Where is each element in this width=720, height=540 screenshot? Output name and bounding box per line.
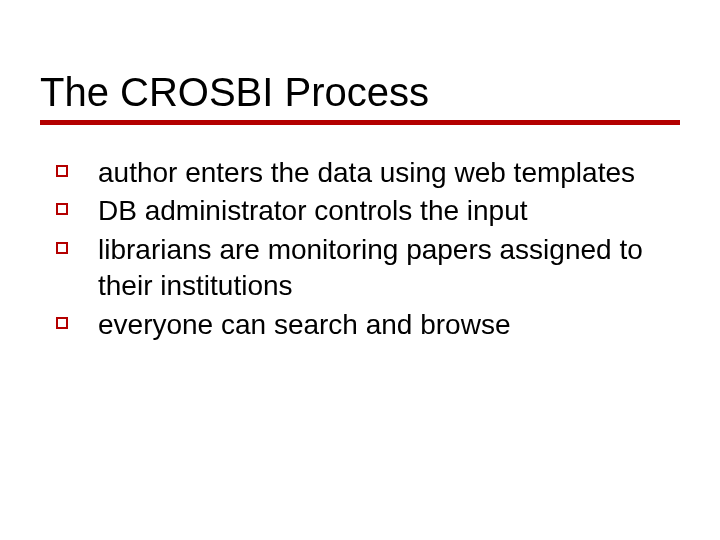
list-item-text: librarians are monitoring papers assigne…: [98, 234, 643, 301]
list-item: librarians are monitoring papers assigne…: [50, 232, 670, 305]
list-item: DB administrator controls the input: [50, 193, 670, 229]
square-bullet-icon: [56, 317, 68, 329]
square-bullet-icon: [56, 242, 68, 254]
list-item: everyone can search and browse: [50, 307, 670, 343]
slide: The CROSBI Process author enters the dat…: [0, 0, 720, 540]
slide-title: The CROSBI Process: [40, 70, 680, 114]
title-block: The CROSBI Process: [40, 70, 680, 125]
square-bullet-icon: [56, 165, 68, 177]
list-item-text: DB administrator controls the input: [98, 195, 528, 226]
list-item-text: author enters the data using web templat…: [98, 157, 635, 188]
list-item-text: everyone can search and browse: [98, 309, 510, 340]
list-item: author enters the data using web templat…: [50, 155, 670, 191]
bullet-list: author enters the data using web templat…: [40, 155, 680, 343]
title-rule: [40, 120, 680, 125]
square-bullet-icon: [56, 203, 68, 215]
